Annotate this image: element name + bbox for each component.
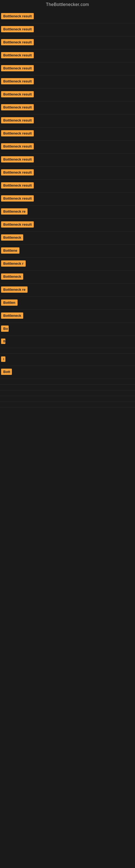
bottleneck-row <box>0 396 135 402</box>
bottleneck-result-label[interactable]: Bottleneck result <box>1 52 34 58</box>
bottleneck-result-label[interactable]: Bottleneck result <box>1 78 34 84</box>
bottleneck-row: Bottleneck result <box>0 127 135 141</box>
bottleneck-result-label[interactable]: Bottleneck result <box>1 39 34 45</box>
bottleneck-row: Bottleneck result <box>0 75 135 88</box>
bottleneck-result-label[interactable]: Bottleneck result <box>1 182 34 188</box>
bottleneck-result-label[interactable]: Bottleneck result <box>1 13 34 19</box>
bottleneck-result-label[interactable]: Bottleneck re <box>1 286 28 293</box>
bottleneck-row: Bottleneck r <box>0 258 135 271</box>
bottleneck-result-label[interactable]: Bottleneck <box>1 312 23 319</box>
bottleneck-row: Bottleneck result <box>0 10 135 23</box>
bottleneck-row: Bottleneck result <box>0 62 135 75</box>
bottleneck-row: Bottlene <box>0 245 135 258</box>
bottleneck-result-label[interactable]: Bottleneck result <box>1 117 34 123</box>
bottleneck-result-label[interactable]: Bottlene <box>1 247 19 254</box>
bottleneck-row: Bottleneck result <box>0 23 135 36</box>
bottleneck-result-label[interactable]: Bottleneck <box>1 235 23 241</box>
bottleneck-row: Bo <box>0 323 135 336</box>
bottleneck-row: Bottleneck re <box>0 284 135 297</box>
bottleneck-row <box>0 390 135 396</box>
bottleneck-result-label[interactable]: Bottleneck result <box>1 65 34 71</box>
bottleneck-result-label[interactable]: Bottleneck result <box>1 221 34 227</box>
bottleneck-row: B <box>0 336 135 348</box>
bottleneck-row: Bottleneck result <box>0 141 135 154</box>
bottleneck-row <box>0 384 135 390</box>
bottleneck-result-label[interactable]: Bottleneck r <box>1 260 26 267</box>
bottleneck-row: Bottleneck result <box>0 36 135 50</box>
bottleneck-row: Bottleneck result <box>0 193 135 206</box>
bottleneck-row: Bottleneck result <box>0 88 135 101</box>
bottleneck-row: Bott <box>0 366 135 379</box>
bottleneck-result-label[interactable]: Bottleneck result <box>1 195 34 202</box>
bottleneck-row: Bottleneck result <box>0 115 135 127</box>
bottleneck-row <box>0 348 135 354</box>
bottleneck-row <box>0 379 135 384</box>
bottleneck-result-label[interactable]: Bottleneck result <box>1 156 34 162</box>
bottleneck-row: Bottleneck <box>0 310 135 323</box>
bottleneck-result-label[interactable]: Bottlen <box>1 300 17 306</box>
bottleneck-result-label[interactable]: Bottleneck <box>1 273 23 280</box>
bottleneck-result-label[interactable]: Bottleneck result <box>1 143 34 150</box>
bottleneck-row: Bottleneck <box>0 271 135 284</box>
bottleneck-row: Bottleneck result <box>0 154 135 166</box>
bottleneck-row: Bottlen <box>0 297 135 310</box>
bottleneck-row <box>0 402 135 407</box>
bottleneck-row: Bottleneck result <box>0 166 135 180</box>
bottleneck-result-label[interactable]: Bottleneck result <box>1 130 34 136</box>
bottleneck-row: Bottleneck <box>0 231 135 245</box>
site-title: TheBottlenecker.com <box>0 0 135 10</box>
bottleneck-result-label[interactable]: I <box>1 356 5 362</box>
bottleneck-result-label[interactable]: Bo <box>1 326 9 332</box>
bottleneck-result-label[interactable]: Bottleneck result <box>1 169 34 176</box>
bottleneck-result-label[interactable]: Bottleneck result <box>1 91 34 97</box>
bottleneck-row: Bottleneck re <box>0 206 135 219</box>
bottleneck-row: Bottleneck result <box>0 50 135 62</box>
bottleneck-result-label[interactable]: Bott <box>1 369 12 375</box>
bottleneck-row: Bottleneck result <box>0 219 135 231</box>
bottleneck-result-label[interactable]: Bottleneck re <box>1 208 28 215</box>
bottleneck-result-label[interactable]: Bottleneck result <box>1 26 34 32</box>
bottleneck-result-label[interactable]: B <box>1 339 5 344</box>
bottleneck-result-label[interactable]: Bottleneck result <box>1 104 34 111</box>
bottleneck-row: Bottleneck result <box>0 180 135 193</box>
bottleneck-row: I <box>0 354 135 366</box>
bottleneck-row: Bottleneck result <box>0 101 135 115</box>
